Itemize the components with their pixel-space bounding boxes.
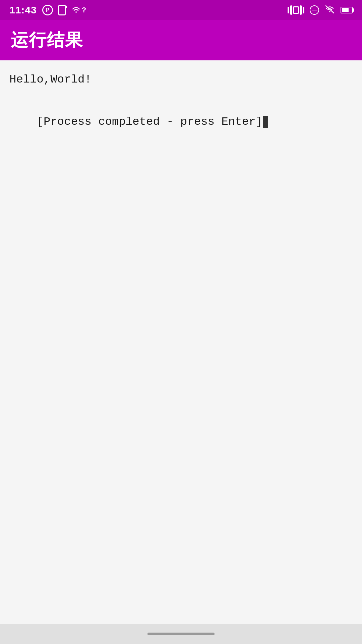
status-bar: 11:43 P ?: [0, 0, 362, 20]
wifi-disabled-icon: [324, 4, 335, 16]
app-bar: 运行结果: [0, 20, 362, 60]
app-icon-p: P: [42, 5, 53, 15]
do-not-disturb-icon: [310, 5, 319, 15]
home-indicator: [147, 633, 215, 635]
app-title: 运行结果: [11, 29, 83, 52]
vibrate-icon: [288, 5, 304, 15]
content-area: Hello,World! [Process completed - press …: [0, 60, 362, 624]
output-line-1: Hello,World!: [9, 71, 353, 88]
status-bar-left: 11:43 P ?: [9, 4, 86, 16]
bottom-bar: [0, 624, 362, 644]
battery-icon: [341, 7, 353, 13]
status-time: 11:43: [9, 4, 37, 16]
phone-icon: [58, 5, 66, 15]
status-bar-right: [288, 4, 353, 16]
cursor-blink: [263, 116, 268, 128]
output-line-2: [Process completed - press Enter]: [9, 96, 353, 148]
wifi-question-icon: ?: [71, 5, 86, 15]
